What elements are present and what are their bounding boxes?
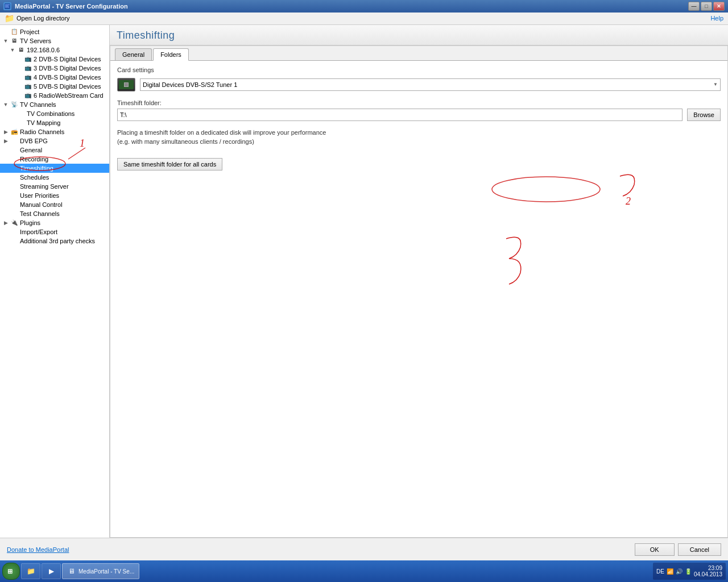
expander-tv-servers: ▼: [2, 38, 9, 44]
expander-general: [2, 147, 9, 153]
sidebar-label-tv-servers: TV Servers: [20, 38, 51, 44]
close-button[interactable]: ✕: [713, 2, 725, 11]
tab-folders[interactable]: Folders: [153, 48, 189, 61]
folder-icon: 📁: [5, 14, 14, 23]
folder-input[interactable]: T:\: [117, 109, 682, 121]
start-button[interactable]: ⊞: [2, 563, 20, 580]
sidebar-item-dvb6[interactable]: 📺 6 RadioWebStream Card: [0, 91, 109, 100]
sidebar-item-recording[interactable]: Recording: [0, 155, 109, 164]
user-priorities-icon: [10, 192, 18, 199]
sidebar-label-dvb2: 2 DVB-S Digital Devices: [34, 56, 101, 63]
locale-label: DE: [656, 568, 664, 575]
taskbar-item-media-player[interactable]: ▶: [42, 563, 61, 579]
sidebar-label-tv-mapping: TV Mapping: [27, 119, 60, 126]
sidebar-item-dvb4[interactable]: 📺 4 DVB-S Digital Devices: [0, 73, 109, 82]
expander-dvb4: [16, 74, 23, 81]
sidebar-label-manual-control: Manual Control: [20, 201, 63, 208]
sidebar-item-import-export[interactable]: Import/Export: [0, 227, 109, 236]
card-dropdown[interactable]: Digital Devices DVB-S/S2 Tuner 1 ▼: [140, 78, 721, 91]
dvb5-icon: 📺: [24, 82, 32, 90]
dropdown-arrow-icon: ▼: [713, 82, 718, 87]
donate-link[interactable]: Donate to MediaPortal: [7, 546, 69, 553]
sidebar-item-streaming-server[interactable]: Streaming Server: [0, 182, 109, 191]
window-controls: — □ ✕: [688, 2, 725, 11]
sidebar-item-tv-combinations[interactable]: TV Combinations: [0, 109, 109, 118]
network-icon: 📶: [667, 568, 673, 575]
windows-logo-icon: ⊞: [7, 568, 13, 575]
minimize-button[interactable]: —: [688, 2, 700, 11]
tv-combinations-icon: [17, 110, 25, 118]
sidebar-item-ip[interactable]: ▼ 🖥 192.168.0.6: [0, 45, 109, 55]
open-log-label: Open Log directory: [16, 15, 70, 22]
sidebar-item-test-channels[interactable]: Test Channels: [0, 209, 109, 218]
sidebar-item-tv-mapping[interactable]: TV Mapping: [0, 118, 109, 127]
card-icon-chip: [124, 82, 129, 87]
sidebar-label-plugins: Plugins: [20, 219, 40, 226]
sidebar-item-tv-channels[interactable]: ▼ 📡 TV Channels: [0, 100, 109, 109]
sidebar-item-timeshifting[interactable]: Timeshifting: [0, 164, 109, 173]
card-settings-area: Card settings Digital Devices DVB-S/S2 T…: [110, 61, 727, 176]
sidebar-label-radio-channels: Radio Channels: [20, 128, 64, 135]
folder-value: T:\: [120, 111, 127, 118]
sidebar-item-dvb5[interactable]: 📺 5 DVB-S Digital Devices: [0, 82, 109, 91]
sidebar-label-dvb6: 6 RadioWebStream Card: [34, 92, 104, 99]
mediaportal-icon: 🖥: [67, 567, 76, 576]
expander-test-channels: [2, 210, 9, 217]
clock-time: 23:09: [694, 565, 722, 571]
sidebar-label-additional-checks: Additional 3rd party checks: [20, 238, 95, 244]
sidebar-item-dvb2[interactable]: 📺 2 DVB-S Digital Devices: [0, 55, 109, 64]
expander-dvb-epg: ▶: [2, 138, 9, 144]
sidebar-item-dvb-epg[interactable]: ▶ DVB EPG: [0, 136, 109, 146]
sidebar-item-user-priorities[interactable]: User Priorities: [0, 191, 109, 200]
sidebar-label-test-channels: Test Channels: [20, 210, 60, 217]
timeshift-folder-label: Timeshift folder:: [117, 99, 721, 106]
same-folder-button[interactable]: Same timeshift folder for all cards: [117, 158, 222, 171]
test-channels-icon: [10, 210, 18, 218]
maximize-button[interactable]: □: [701, 2, 712, 11]
sidebar-item-additional-checks[interactable]: Additional 3rd party checks: [0, 236, 109, 246]
expander-project: [2, 28, 9, 35]
battery-icon: 🔋: [685, 568, 692, 575]
expander-dvb3: [16, 65, 23, 72]
sidebar-label-dvb5: 5 DVB-S Digital Devices: [34, 83, 101, 90]
sidebar-item-radio-channels[interactable]: ▶ 📻 Radio Channels: [0, 127, 109, 136]
recording-icon: [10, 155, 18, 163]
sidebar-item-manual-control[interactable]: Manual Control: [0, 200, 109, 209]
help-label[interactable]: Help: [710, 15, 723, 22]
sidebar-item-tv-servers[interactable]: ▼ 🖥 TV Servers: [0, 36, 109, 45]
sidebar-label-import-export: Import/Export: [20, 228, 57, 235]
bottom-bar: Donate to MediaPortal OK Cancel: [0, 538, 728, 560]
expander-dvb5: [16, 83, 23, 90]
manual-control-icon: [10, 201, 18, 209]
sidebar: 📋 Project ▼ 🖥 TV Servers ▼ 🖥 192.168.0.6…: [0, 25, 110, 538]
sidebar-item-dvb3[interactable]: 📺 3 DVB-S Digital Devices: [0, 64, 109, 73]
ok-button[interactable]: OK: [635, 543, 675, 556]
svg-rect-3: [5, 7, 9, 7]
sidebar-label-tv-combinations: TV Combinations: [27, 110, 75, 117]
tab-general[interactable]: General: [115, 48, 152, 60]
card-icon-inner: [119, 80, 134, 89]
general-icon: [10, 146, 18, 154]
taskbar-item-file-manager[interactable]: 📁: [21, 563, 40, 579]
sidebar-item-project[interactable]: 📋 Project: [0, 27, 109, 36]
open-log-menu[interactable]: 📁 Open Log directory: [5, 14, 70, 23]
sidebar-item-general[interactable]: General: [0, 146, 109, 155]
clock-date: 04.04.2013: [694, 571, 722, 577]
timeshift-folder-row: T:\ Browse: [117, 109, 721, 121]
sidebar-item-plugins[interactable]: ▶ 🔌 Plugins: [0, 218, 109, 227]
info-text: Placing a timeshift folder on a dedicate…: [117, 128, 721, 147]
sidebar-item-schedules[interactable]: Schedules: [0, 173, 109, 182]
window-title: MediaPortal - TV Server Configuration: [15, 3, 128, 10]
volume-icon: 🔊: [676, 568, 682, 575]
clock: 23:09 04.04.2013: [694, 565, 722, 577]
taskbar-item-mediaportal[interactable]: 🖥 MediaPortal - TV Se...: [62, 563, 139, 579]
expander-import-export: [2, 228, 9, 235]
browse-button[interactable]: Browse: [687, 109, 721, 121]
sidebar-label-dvb3: 3 DVB-S Digital Devices: [34, 65, 101, 72]
card-row: Digital Devices DVB-S/S2 Tuner 1 ▼: [117, 78, 721, 92]
dvb6-icon: 📺: [24, 92, 32, 99]
expander-dvb6: [16, 92, 23, 99]
cancel-button[interactable]: Cancel: [678, 543, 721, 556]
sidebar-label-ip: 192.168.0.6: [27, 47, 60, 53]
sidebar-label-tv-channels: TV Channels: [20, 101, 56, 108]
